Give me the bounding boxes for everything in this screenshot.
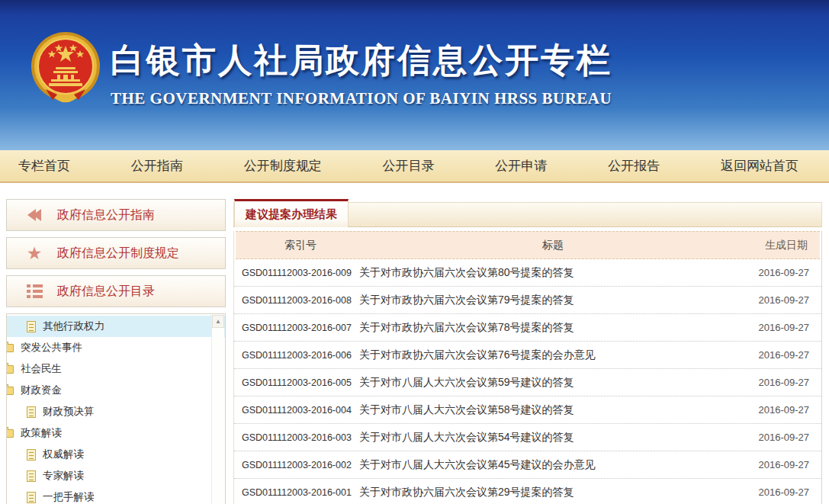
- row-generated-date: 2016-09-27: [747, 432, 809, 443]
- site-title: 白银市人社局政府信息公开专栏: [111, 38, 612, 83]
- row-generated-date: 2016-09-27: [747, 404, 809, 416]
- tree-item-label: 突发公共事件: [21, 341, 82, 355]
- table-row: GSD011112003-2016-008 关于对市政协六届六次会议第79号提案…: [234, 287, 821, 314]
- sidebar-section-icon: [24, 206, 45, 224]
- tree-item-icon: [27, 406, 36, 418]
- table-header-row: 索引号 标题 生成日期: [236, 231, 820, 259]
- tree-item[interactable]: 财政预决算: [7, 401, 225, 422]
- row-index-number: GSD011112003-2016-005: [239, 377, 359, 388]
- tree-item[interactable]: 政策解读: [7, 422, 225, 444]
- row-title-link[interactable]: 关于对市政协六届六次会议第78号提案的答复: [359, 321, 747, 335]
- row-index-number: GSD011112003-2016-002: [239, 460, 359, 470]
- row-title-link[interactable]: 关于对市八届人大六次会议第58号建议的答复: [359, 403, 747, 417]
- row-title-link[interactable]: 关于对市八届人大六次会议第54号建议的答复: [359, 431, 747, 445]
- tree-item-icon: [27, 492, 36, 503]
- row-index-number: GSD011112003-2016-004: [239, 405, 359, 416]
- column-header-index: 索引号: [240, 239, 361, 252]
- row-generated-date: 2016-09-27: [747, 349, 809, 361]
- tree-item-icon: [7, 429, 14, 438]
- nav-item[interactable]: 公开目录: [382, 157, 434, 175]
- sidebar-section-label: 政府信息公开指南: [57, 207, 155, 223]
- tree-items: 其他行政权力 突发公共事件 社会民生: [7, 314, 225, 504]
- national-emblem-icon: [27, 30, 104, 108]
- sidebar-section-label: 政府信息公开制度规定: [57, 246, 179, 262]
- sidebar-section-label: 政府信息公开目录: [57, 284, 155, 300]
- row-title-link[interactable]: 关于对市八届人大六次会议第59号建议的答复: [359, 376, 747, 390]
- sidebar-tree-panel: 其他行政权力 突发公共事件 社会民生: [6, 313, 226, 504]
- tree-item-label: 社会民生: [21, 362, 62, 376]
- tree-item[interactable]: 一把手解读: [7, 486, 225, 504]
- column-header-title: 标题: [361, 239, 745, 252]
- table-row: GSD011112003-2016-004 关于对市八届人大六次会议第58号建议…: [234, 396, 821, 424]
- tab-suggestion-results[interactable]: 建议提案办理结果: [234, 199, 349, 227]
- table-row: GSD011112003-2016-001 关于对市政协六届六次会议第29号提案…: [234, 479, 821, 504]
- tree-scrollbar[interactable]: ▲: [211, 315, 224, 504]
- table-row: GSD011112003-2016-003 关于对市八届人大六次会议第54号建议…: [234, 424, 821, 451]
- table-row: GSD011112003-2016-006 关于对市政协六届六次会议第76号提案…: [234, 342, 821, 369]
- content-panel: 建议提案办理结果 索引号 标题 生成日期 GSD011112003-2016-0…: [233, 199, 822, 504]
- tree-item-icon: [27, 449, 36, 461]
- nav-item[interactable]: 专栏首页: [18, 157, 70, 175]
- row-generated-date: 2016-09-27: [747, 322, 809, 333]
- nav-item[interactable]: 公开申请: [495, 157, 547, 175]
- tab-strip: 建议提案办理结果: [233, 199, 822, 227]
- tree-item-icon: [27, 470, 36, 482]
- sidebar: 政府信息公开指南 政府信息公开制度规定 政府信息公开目录: [6, 199, 226, 504]
- tree-item-label: 其他行政权力: [43, 319, 104, 333]
- row-generated-date: 2016-09-27: [747, 377, 809, 388]
- results-table: 索引号 标题 生成日期 GSD011112003-2016-009 关于对市政协…: [233, 231, 822, 504]
- tree-item-label: 专家解读: [43, 469, 84, 483]
- tree-item[interactable]: 突发公共事件: [7, 337, 225, 358]
- column-header-date: 生成日期: [745, 239, 808, 252]
- tree-item[interactable]: 社会民生: [7, 358, 225, 380]
- row-generated-date: 2016-09-27: [747, 294, 809, 306]
- row-generated-date: 2016-09-27: [747, 486, 809, 498]
- site-banner: 白银市人社局政府信息公开专栏 THE GOVERNMENT INFORMATIO…: [0, 0, 829, 150]
- tree-item-icon: [7, 344, 14, 352]
- row-index-number: GSD011112003-2016-003: [239, 432, 359, 443]
- sidebar-section-button[interactable]: 政府信息公开制度规定: [6, 237, 226, 269]
- tree-item[interactable]: 专家解读: [7, 465, 225, 486]
- table-row: GSD011112003-2016-002 关于对市八届人大六次会议第45号建议…: [234, 451, 821, 479]
- tree-item[interactable]: 财政资金: [7, 380, 225, 401]
- nav-item[interactable]: 公开报告: [608, 157, 660, 175]
- tree-item-icon: [27, 321, 36, 332]
- row-title-link[interactable]: 关于对市政协六届六次会议第29号提案的答复: [359, 486, 747, 499]
- row-generated-date: 2016-09-27: [747, 459, 809, 470]
- row-title-link[interactable]: 关于对市政协六届六次会议第76号提案的会办意见: [359, 348, 747, 362]
- row-index-number: GSD011112003-2016-007: [239, 323, 359, 333]
- tree-item-label: 一把手解读: [43, 490, 95, 504]
- nav-item[interactable]: 公开制度规定: [244, 157, 322, 175]
- row-index-number: GSD011112003-2016-009: [239, 268, 359, 278]
- table-row: GSD011112003-2016-007 关于对市政协六届六次会议第78号提案…: [234, 314, 821, 342]
- page: 白银市人社局政府信息公开专栏 THE GOVERNMENT INFORMATIO…: [0, 0, 829, 504]
- table-row: GSD011112003-2016-009 关于对市政协六届六次会议第80号提案…: [234, 259, 821, 287]
- row-title-link[interactable]: 关于对市政协六届六次会议第80号提案的答复: [359, 266, 747, 280]
- tree-item-icon: [7, 365, 14, 374]
- row-index-number: GSD011112003-2016-001: [239, 487, 359, 498]
- tree-item[interactable]: 权威解读: [7, 444, 225, 465]
- row-index-number: GSD011112003-2016-006: [239, 350, 359, 361]
- row-title-link[interactable]: 关于对市政协六届六次会议第79号提案的答复: [359, 294, 747, 307]
- table-row: GSD011112003-2016-005 关于对市八届人大六次会议第59号建议…: [234, 369, 821, 396]
- sidebar-section-icon: [24, 244, 45, 262]
- sidebar-section-button[interactable]: 政府信息公开指南: [6, 199, 226, 231]
- scroll-up-arrow-icon[interactable]: ▲: [212, 315, 224, 328]
- tree-item[interactable]: 其他行政权力: [7, 316, 225, 337]
- sidebar-section-icon: [24, 282, 45, 300]
- tree-item-icon: [7, 387, 14, 395]
- sidebar-section-button[interactable]: 政府信息公开目录: [6, 275, 226, 307]
- tree-item-label: 财政预决算: [43, 405, 95, 419]
- main-nav: 专栏首页 公开指南 公开制度规定 公开目录 公开申请 公开报告 返回网站首页: [0, 150, 829, 183]
- row-generated-date: 2016-09-27: [747, 267, 809, 278]
- tree-item-label: 权威解读: [43, 448, 84, 461]
- row-title-link[interactable]: 关于对市八届人大六次会议第45号建议的会办意见: [359, 458, 747, 472]
- row-index-number: GSD011112003-2016-008: [239, 295, 359, 306]
- tree-item-label: 财政资金: [21, 384, 62, 397]
- nav-item[interactable]: 返回网站首页: [721, 157, 798, 175]
- site-subtitle-en: THE GOVERNMENT INFORMATION OF BAIYIN HRS…: [111, 89, 612, 108]
- nav-item[interactable]: 公开指南: [131, 157, 183, 175]
- tree-item-label: 政策解读: [21, 426, 62, 440]
